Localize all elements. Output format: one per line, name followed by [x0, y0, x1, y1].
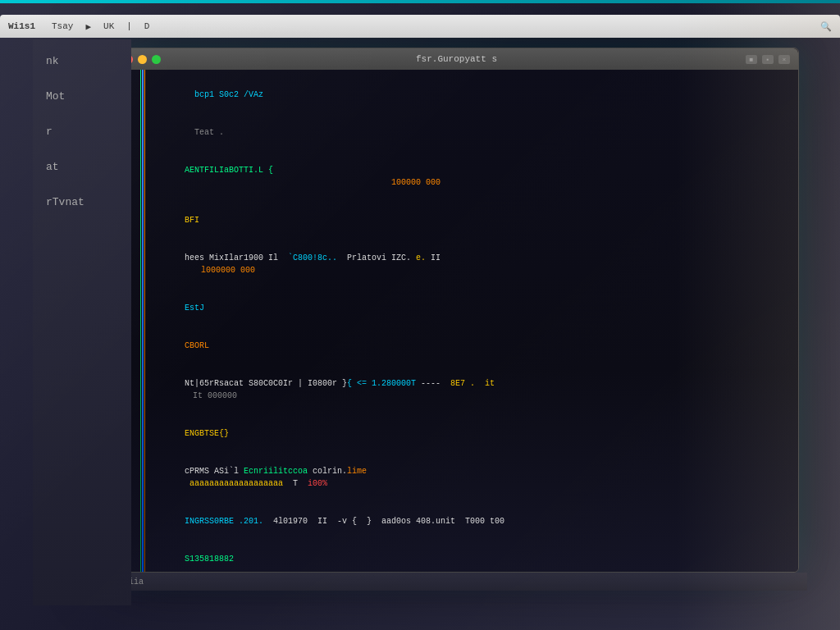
terminal-body[interactable]: bcp1 S0c2 /VAz Teat . AENTFILIaBOTTI.L {…: [116, 70, 798, 572]
sidebar: nk Mot r at rTvnat: [33, 39, 131, 605]
term-line-8: ENGBTSE{}: [126, 415, 788, 452]
minimize-button[interactable]: [138, 55, 147, 64]
titlebar-btn-2[interactable]: ▪: [762, 55, 774, 64]
screen-area: nk Mot r at rTvnat fsr.Guropyatt s ■ ▪ ×: [33, 16, 807, 605]
menu-sep: |: [126, 21, 132, 31]
menu-items: Tsay ▶ UK | D: [52, 21, 149, 32]
top-accent: [0, 0, 840, 3]
terminal-content: bcp1 S0c2 /VAz Teat . AENTFILIaBOTTI.L {…: [126, 76, 788, 572]
sidebar-item-rtvnat[interactable]: rTvnat: [41, 193, 123, 212]
menu-tsay[interactable]: Tsay: [52, 21, 73, 31]
terminal-window: fsr.Guropyatt s ■ ▪ × bcp1 S0c2 /VA: [115, 48, 799, 573]
term-line-6: CBORL: [126, 327, 788, 364]
term-line-1: Teat .: [126, 114, 788, 151]
term-line-10: INGRSS0RBE .201. 4l01970 II -v { } aad0o…: [126, 503, 788, 540]
sidebar-item-nk[interactable]: nk: [41, 52, 123, 71]
terminal-titlebar: fsr.Guropyatt s ■ ▪ ×: [116, 48, 798, 70]
sidebar-item-at[interactable]: at: [41, 158, 123, 176]
menu-bar-right: 🔍: [820, 21, 832, 32]
term-line-9: cPRMS ASi`l Ecnriilitccoa colrin.lime aa…: [126, 453, 788, 502]
bezel: Wi1s1 Tsay ▶ UK | D 🔍 nk Mot r at rTvnat: [0, 0, 840, 630]
menu-d[interactable]: D: [144, 21, 150, 31]
term-header: bcp1 S0c2 /VAz: [126, 76, 788, 113]
status-bar: ▶ ◀) 80 a sSS8iia: [33, 573, 807, 591]
titlebar-btn-1[interactable]: ■: [746, 55, 757, 64]
term-line-7: Nt|65rRsacat S80C0C0Ir | I0800r }{ <= 1.…: [126, 365, 788, 414]
maximize-button[interactable]: [152, 55, 161, 64]
menu-play[interactable]: ▶: [85, 21, 91, 32]
menu-uk[interactable]: UK: [103, 21, 114, 31]
titlebar-buttons: ■ ▪ ×: [746, 55, 790, 64]
menu-search[interactable]: 🔍: [820, 21, 832, 32]
sidebar-item-mot[interactable]: Mot: [41, 87, 123, 106]
term-line-11: S135818882: [126, 541, 788, 572]
term-line-5: EstJ: [126, 290, 788, 326]
term-line-3: BFI: [126, 202, 788, 239]
term-line-2: AENTFILIaBOTTI.L { 100000 000: [126, 152, 788, 201]
app-title: Wi1s1: [8, 21, 35, 31]
term-line-4: hees MixIlar1900 Il `C800!8c.. Prlatovi …: [126, 240, 788, 289]
titlebar-btn-3[interactable]: ×: [778, 55, 790, 64]
terminal-title: fsr.Guropyatt s: [172, 54, 741, 64]
sidebar-item-r[interactable]: r: [41, 122, 123, 141]
menu-bar: Wi1s1 Tsay ▶ UK | D 🔍: [0, 15, 840, 38]
